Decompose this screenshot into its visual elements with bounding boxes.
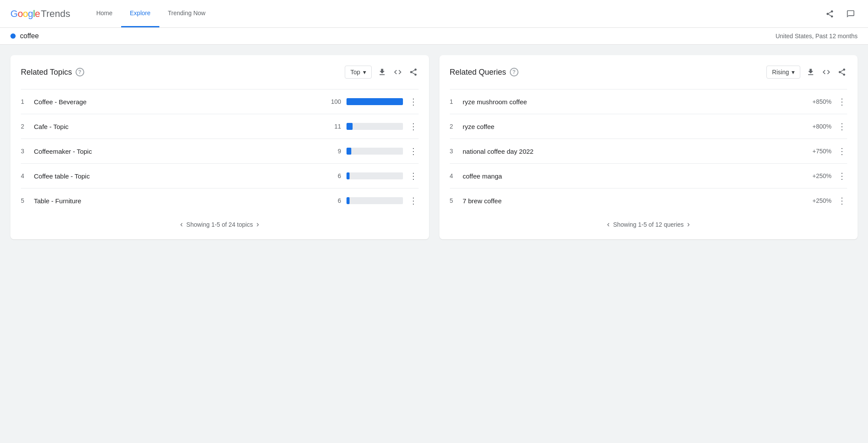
- bar-fill: [347, 98, 403, 105]
- query-num: 3: [450, 148, 463, 155]
- queries-table: 1 ryze mushroom coffee +850% ⋮ 2 ryze co…: [450, 89, 848, 213]
- row-label: Coffee - Beverage: [34, 98, 328, 106]
- more-vert-icon[interactable]: ⋮: [408, 195, 419, 206]
- row-label: Coffeemaker - Topic: [34, 148, 328, 155]
- more-vert-icon[interactable]: ⋮: [837, 121, 847, 132]
- nav-trending-now[interactable]: Trending Now: [159, 0, 215, 27]
- related-topics-card: Related Topics ? Top ▾ 1: [10, 55, 429, 239]
- nav-home[interactable]: Home: [88, 0, 121, 27]
- query-row: 1 ryze mushroom coffee +850% ⋮: [450, 89, 848, 114]
- related-topics-actions: Top ▾: [345, 66, 419, 79]
- more-vert-icon[interactable]: ⋮: [408, 121, 419, 132]
- row-value: 9: [328, 148, 341, 155]
- related-queries-actions: Rising ▾: [766, 66, 847, 79]
- queries-embed-icon[interactable]: [821, 67, 832, 77]
- query-row: 3 national coffee day 2022 +750% ⋮: [450, 139, 848, 163]
- more-vert-icon[interactable]: ⋮: [408, 171, 419, 181]
- row-num: 1: [21, 98, 34, 105]
- bar-container: [347, 98, 403, 105]
- table-row: 5 Table - Furniture 6 ⋮: [21, 188, 419, 213]
- more-vert-icon[interactable]: ⋮: [837, 171, 847, 181]
- row-num: 5: [21, 197, 34, 204]
- search-term-text: coffee: [20, 32, 39, 40]
- query-change: +250%: [812, 172, 832, 179]
- more-vert-icon[interactable]: ⋮: [837, 195, 847, 206]
- related-queries-help-icon[interactable]: ?: [510, 68, 518, 76]
- row-num: 4: [21, 172, 34, 179]
- related-queries-card: Related Queries ? Rising ▾: [439, 55, 858, 239]
- topics-share-icon[interactable]: [408, 67, 419, 77]
- related-topics-help-icon[interactable]: ?: [76, 68, 84, 76]
- main-nav: Home Explore Trending Now: [88, 0, 214, 27]
- header: Google Trends Home Explore Trending Now: [0, 0, 868, 28]
- row-value: 6: [328, 172, 341, 179]
- query-num: 1: [450, 98, 463, 105]
- more-vert-icon[interactable]: ⋮: [408, 146, 419, 156]
- row-label: Cafe - Topic: [34, 123, 328, 130]
- queries-pagination-text: Showing 1-5 of 12 queries: [613, 221, 684, 228]
- more-vert-icon[interactable]: ⋮: [837, 96, 847, 107]
- feedback-header-button[interactable]: [844, 7, 858, 21]
- query-change: +800%: [812, 123, 832, 130]
- query-num: 5: [450, 197, 463, 204]
- query-change: +750%: [812, 148, 832, 155]
- table-row: 3 Coffeemaker - Topic 9 ⋮: [21, 139, 419, 163]
- query-num: 4: [450, 172, 463, 179]
- search-location: United States, Past 12 months: [776, 33, 858, 40]
- chevron-down-icon-queries: ▾: [792, 69, 795, 76]
- queries-download-icon[interactable]: [805, 67, 816, 77]
- row-num: 3: [21, 148, 34, 155]
- queries-pagination: ‹ Showing 1-5 of 12 queries ›: [450, 213, 848, 229]
- query-row: 2 ryze coffee +800% ⋮: [450, 114, 848, 139]
- queries-filter-dropdown[interactable]: Rising ▾: [766, 66, 800, 79]
- row-value: 100: [328, 98, 341, 105]
- topics-prev-arrow[interactable]: ‹: [180, 220, 183, 229]
- search-bar: coffee United States, Past 12 months: [0, 28, 868, 45]
- queries-prev-arrow[interactable]: ‹: [607, 220, 610, 229]
- row-value: 11: [328, 123, 341, 130]
- bar-container: [347, 197, 403, 204]
- bar-fill: [347, 148, 352, 155]
- row-num: 2: [21, 123, 34, 130]
- query-label: 7 brew coffee: [463, 197, 813, 205]
- topics-pagination-text: Showing 1-5 of 24 topics: [186, 221, 253, 228]
- share-header-button[interactable]: [823, 7, 837, 21]
- more-vert-icon[interactable]: ⋮: [408, 96, 419, 107]
- topics-embed-icon[interactable]: [393, 67, 403, 77]
- query-label: coffee manga: [463, 172, 813, 180]
- bar-fill: [347, 197, 350, 204]
- bar-fill: [347, 123, 353, 130]
- query-change: +850%: [812, 98, 832, 105]
- query-row: 5 7 brew coffee +250% ⋮: [450, 188, 848, 213]
- queries-next-arrow[interactable]: ›: [687, 220, 690, 229]
- table-row: 4 Coffee table - Topic 6 ⋮: [21, 163, 419, 188]
- row-label: Coffee table - Topic: [34, 172, 328, 180]
- queries-share-icon[interactable]: [837, 67, 847, 77]
- main-content: Related Topics ? Top ▾ 1: [0, 45, 868, 250]
- topics-filter-dropdown[interactable]: Top ▾: [345, 66, 372, 79]
- more-vert-icon[interactable]: ⋮: [837, 146, 847, 156]
- table-row: 2 Cafe - Topic 11 ⋮: [21, 114, 419, 139]
- query-label: ryze coffee: [463, 123, 813, 130]
- query-label: national coffee day 2022: [463, 148, 813, 155]
- query-change: +250%: [812, 197, 832, 204]
- bar-container: [347, 123, 403, 130]
- row-label: Table - Furniture: [34, 197, 328, 205]
- related-queries-header: Related Queries ? Rising ▾: [450, 66, 848, 79]
- search-dot: [10, 33, 16, 39]
- table-row: 1 Coffee - Beverage 100 ⋮: [21, 89, 419, 114]
- bar-fill: [347, 172, 350, 179]
- topics-pagination: ‹ Showing 1-5 of 24 topics ›: [21, 213, 419, 229]
- header-actions: [823, 7, 858, 21]
- query-label: ryze mushroom coffee: [463, 98, 813, 106]
- related-queries-title: Related Queries ?: [450, 68, 518, 77]
- trends-logo: Trends: [41, 8, 70, 20]
- topics-next-arrow[interactable]: ›: [256, 220, 259, 229]
- nav-explore[interactable]: Explore: [121, 0, 159, 27]
- query-row: 4 coffee manga +250% ⋮: [450, 163, 848, 188]
- chevron-down-icon: ▾: [363, 69, 366, 76]
- topics-download-icon[interactable]: [377, 67, 387, 77]
- search-term-area: coffee: [10, 32, 39, 40]
- logo: Google Trends: [10, 8, 70, 20]
- bar-container: [347, 172, 403, 179]
